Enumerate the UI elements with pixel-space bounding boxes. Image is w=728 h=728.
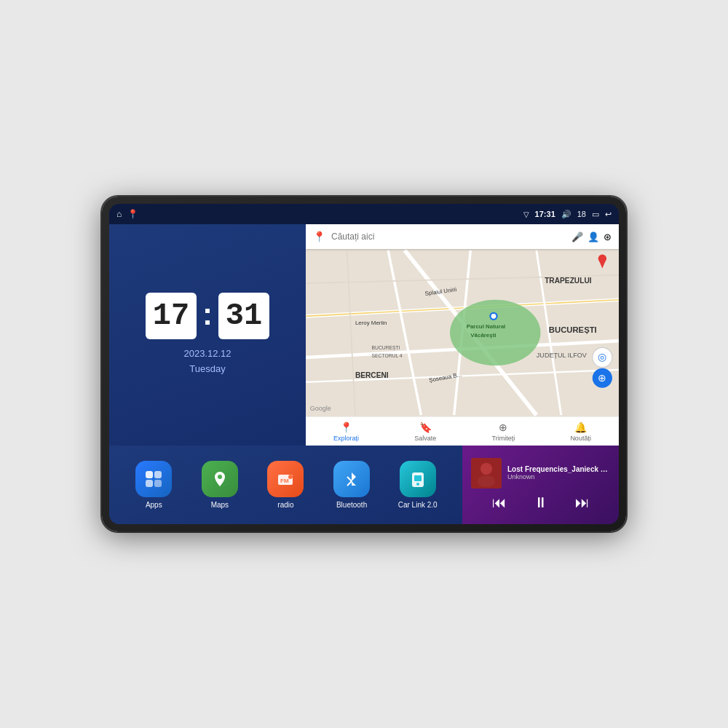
music-artist: Unknown — [507, 473, 610, 480]
map-search-input[interactable] — [331, 232, 566, 242]
battery-level: 18 — [577, 210, 586, 218]
svg-rect-48 — [471, 458, 502, 488]
volume-icon: 🔊 — [561, 210, 571, 219]
svg-text:FM: FM — [280, 478, 289, 484]
svg-text:BERCENI: BERCENI — [355, 371, 389, 379]
map-body[interactable]: Parcul Natural Văcărești TRAPEZULUI BUCU… — [306, 249, 619, 416]
svg-rect-43 — [414, 475, 422, 481]
status-bar-left: ⌂ 📍 — [116, 209, 138, 219]
svg-rect-33 — [154, 471, 162, 478]
map-nav-explore[interactable]: 📍 Explorați — [333, 422, 359, 442]
mic-icon[interactable]: 🎤 — [571, 232, 583, 242]
svg-text:Parcul Natural: Parcul Natural — [467, 323, 506, 330]
bottom-section: Apps Maps — [109, 446, 619, 524]
signal-icon: ▽ — [523, 210, 529, 218]
app-icon-carlink[interactable]: Car Link 2.0 — [396, 461, 440, 509]
bluetooth-label: Bluetooth — [336, 501, 367, 509]
main-area: 17 : 31 2023.12.12 Tuesday 📍 — [109, 224, 619, 524]
maps-label: Maps — [211, 501, 229, 509]
clock-display: 17 : 31 — [146, 293, 269, 339]
play-pause-button[interactable]: ⏸ — [528, 493, 554, 513]
svg-point-44 — [416, 483, 419, 486]
map-search-bar: 📍 🎤 👤 ⊛ — [306, 224, 619, 249]
svg-text:BUCUREȘTI: BUCUREȘTI — [549, 325, 597, 334]
svg-text:JUDEȚUL ILFOV: JUDEȚUL ILFOV — [537, 352, 587, 359]
music-title: Lost Frequencies_Janieck Devy-... — [507, 465, 610, 473]
app-icon-apps[interactable]: Apps — [132, 461, 175, 509]
music-text: Lost Frequencies_Janieck Devy-... Unknow… — [507, 465, 610, 480]
music-controls: ⏮ ⏸ ⏭ — [471, 493, 610, 513]
apps-label: Apps — [146, 501, 162, 509]
svg-rect-32 — [146, 471, 153, 478]
app-icon-bluetooth[interactable]: Bluetooth — [330, 461, 373, 509]
svg-text:SECTORUL 4: SECTORUL 4 — [372, 353, 403, 358]
back-icon[interactable]: ↩ — [605, 210, 612, 219]
svg-text:Văcărești: Văcărești — [470, 332, 496, 339]
apps-area: Apps Maps — [109, 446, 462, 524]
clock-hour: 17 — [146, 293, 197, 339]
next-button[interactable]: ⏭ — [569, 493, 596, 513]
svg-text:Google: Google — [310, 405, 331, 413]
home-icon[interactable]: ⌂ — [116, 209, 122, 219]
radio-icon: FM — [267, 461, 304, 497]
clock-colon: : — [202, 297, 213, 332]
map-nav-share[interactable]: ⊕ Trimiteți — [492, 422, 515, 442]
saved-icon: 🔖 — [419, 422, 432, 433]
top-section: 17 : 31 2023.12.12 Tuesday 📍 — [109, 224, 619, 446]
svg-text:⊕: ⊕ — [598, 373, 606, 384]
app-icon-radio[interactable]: FM radio — [264, 461, 307, 509]
music-player: Lost Frequencies_Janieck Devy-... Unknow… — [462, 446, 619, 524]
layers-icon[interactable]: ⊛ — [604, 232, 612, 242]
map-bottom-nav: 📍 Explorați 🔖 Salvate ⊕ Trimiteți 🔔 — [306, 416, 619, 446]
map-nav-saved[interactable]: 🔖 Salvate — [414, 422, 436, 442]
svg-text:TRAPEZULUI: TRAPEZULUI — [545, 277, 592, 285]
maps-shortcut-icon[interactable]: 📍 — [127, 209, 138, 219]
account-icon[interactable]: 👤 — [587, 232, 599, 242]
radio-label: radio — [277, 501, 293, 509]
apps-icon — [135, 461, 172, 497]
album-art — [471, 458, 502, 488]
svg-line-40 — [347, 477, 352, 481]
news-icon: 🔔 — [574, 422, 587, 433]
map-nav-news[interactable]: 🔔 Noutăți — [570, 422, 591, 442]
status-time: 17:31 — [535, 210, 555, 218]
music-info: Lost Frequencies_Janieck Devy-... Unknow… — [471, 458, 610, 488]
battery-icon: ▭ — [592, 210, 599, 219]
device-screen: ⌂ 📍 ▽ 17:31 🔊 18 ▭ ↩ 17 : — [109, 204, 619, 524]
svg-point-36 — [218, 475, 222, 479]
clock-panel: 17 : 31 2023.12.12 Tuesday — [109, 224, 306, 446]
carlink-label: Car Link 2.0 — [398, 501, 438, 509]
svg-point-26 — [598, 255, 606, 263]
prev-button[interactable]: ⏮ — [486, 493, 513, 513]
svg-text:◎: ◎ — [598, 352, 606, 363]
svg-text:Leroy Merlin: Leroy Merlin — [355, 320, 387, 326]
app-icon-maps[interactable]: Maps — [198, 461, 242, 509]
share-icon: ⊕ — [499, 422, 507, 433]
status-bar-right: ▽ 17:31 🔊 18 ▭ ↩ — [523, 210, 612, 219]
explore-icon: 📍 — [340, 422, 352, 433]
status-bar: ⌂ 📍 ▽ 17:31 🔊 18 ▭ ↩ — [109, 204, 619, 224]
svg-point-15 — [491, 314, 496, 319]
carlink-icon — [400, 461, 436, 497]
clock-minute: 31 — [218, 293, 269, 339]
svg-point-39 — [288, 475, 293, 479]
map-panel: 📍 🎤 👤 ⊛ — [306, 224, 619, 446]
svg-rect-35 — [154, 480, 162, 487]
clock-date: 2023.12.12 Tuesday — [183, 347, 231, 377]
maps-icon — [202, 461, 238, 497]
svg-rect-34 — [146, 480, 153, 487]
google-maps-logo-icon: 📍 — [313, 231, 325, 242]
map-search-icons: 🎤 👤 ⊛ — [571, 232, 612, 242]
svg-line-41 — [347, 481, 352, 486]
car-device: ⌂ 📍 ▽ 17:31 🔊 18 ▭ ↩ 17 : — [102, 197, 626, 531]
svg-text:BUCUREȘTI: BUCUREȘTI — [372, 345, 400, 351]
bluetooth-icon — [333, 461, 370, 497]
